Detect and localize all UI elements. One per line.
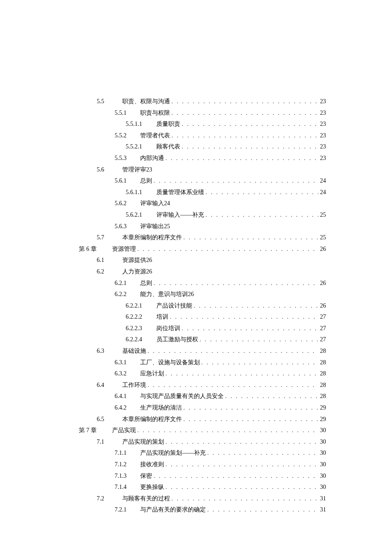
toc-entry-title: 能力、意识与培训 [140, 289, 188, 300]
toc-entry-title: 资源提供 [122, 255, 146, 266]
toc-entry: 5.5.2管理者代表 . . . . . . . . . . . . . . .… [115, 130, 326, 142]
toc-entry-number: 7.1.4 [115, 482, 140, 493]
toc-entry-page: 30 [318, 459, 326, 471]
toc-entry-title: 与产品有关的要求的确定 [140, 504, 206, 516]
toc-leader-dots: . . . . . . . . . . . . . . . . . . . . … [184, 414, 319, 425]
toc-entry-number: 7.1 [97, 436, 122, 448]
toc-entry-number: 第 6 章 [79, 244, 112, 255]
toc-entry-title: 员工激励与授权 [156, 334, 198, 346]
toc-entry-page: 23 [318, 108, 326, 119]
toc-entry-number: 6.2.2.4 [126, 334, 156, 346]
toc-leader-dots: . . . . . . . . . . . . . . . . . . . . … [154, 471, 319, 482]
toc-entry-number: 5.5.1 [115, 108, 140, 119]
toc-entry-title: 产品实现的策划 [122, 436, 164, 448]
toc-entry-page: 30 [318, 471, 326, 482]
toc-entry-page: 26 [188, 289, 194, 300]
toc-entry: 7.2.1与产品有关的要求的确定 . . . . . . . . . . . .… [115, 504, 326, 516]
toc-leader-dots: . . . . . . . . . . . . . . . . . . . . … [184, 232, 319, 243]
toc-leader-dots: . . . . . . . . . . . . . . . . . . . . … [154, 176, 319, 186]
toc-leader-dots: . . . . . . . . . . . . . . . . . . . . … [166, 459, 319, 470]
toc-entry-number: 5.6 [97, 164, 122, 176]
toc-entry: 5.6.2评审输入24 [115, 198, 326, 209]
toc-entry-title: 工作环境 [122, 380, 146, 391]
toc-entry-title: 资源管理 [112, 244, 136, 255]
toc-entry-number: 6.3 [97, 346, 122, 357]
toc-entry-page: 28 [318, 368, 326, 380]
toc-entry: 7.1.1产品实现的策划——补充 . . . . . . . . . . . .… [115, 447, 326, 459]
toc-entry-page: 23 [318, 96, 326, 108]
toc-entry-page: 23 [318, 153, 326, 164]
toc-entry: 6.2.2能力、意识与培训26 [115, 289, 326, 300]
toc-entry-title: 培训 [156, 311, 168, 323]
toc-entry-page: 28 [318, 380, 326, 391]
toc-leader-dots: . . . . . . . . . . . . . . . . . . . . … [184, 403, 319, 413]
toc-entry: 5.5.1职责与权限 . . . . . . . . . . . . . . .… [115, 108, 326, 119]
document-page: 5.5职责、权限与沟通 . . . . . . . . . . . . . . … [0, 0, 392, 555]
toc-entry: 7.1.2接收准则 . . . . . . . . . . . . . . . … [115, 459, 326, 471]
toc-leader-dots: . . . . . . . . . . . . . . . . . . . . … [172, 131, 319, 141]
toc-entry-number: 6.2.1 [115, 278, 140, 289]
toc-entry-title: 生产现场的清洁 [140, 402, 182, 414]
toc-entry-page: 30 [318, 447, 326, 459]
toc-entry-page: 30 [318, 425, 326, 436]
toc-leader-dots: . . . . . . . . . . . . . . . . . . . . … [154, 278, 319, 289]
toc-entry-page: 29 [318, 402, 326, 414]
toc-entry-page: 23 [318, 119, 326, 130]
toc-leader-dots: . . . . . . . . . . . . . . . . . . . . … [206, 210, 319, 221]
toc-entry-number: 6.1 [97, 255, 122, 266]
toc-entry-title: 总则 [140, 278, 152, 289]
toc-entry-number: 6.2.2.2 [126, 311, 156, 323]
toc-leader-dots: . . . . . . . . . . . . . . . . . . . . … [148, 346, 319, 357]
toc-entry: 5.6.1总则 . . . . . . . . . . . . . . . . … [115, 175, 326, 187]
toc-entry-title: 与顾客有关的过程 [122, 493, 170, 505]
toc-leader-dots: . . . . . . . . . . . . . . . . . . . . … [166, 153, 319, 164]
toc-entry: 6.1资源提供26 [97, 255, 326, 266]
toc-entry: 6.4工作环境 . . . . . . . . . . . . . . . . … [97, 380, 326, 391]
toc-entry-page: 26 [318, 244, 326, 255]
toc-entry: 5.6.1.1质量管理体系业绩 . . . . . . . . . . . . … [126, 187, 326, 198]
toc-entry-title: 岗位培训 [156, 323, 180, 334]
toc-entry-number: 5.6.1 [115, 175, 140, 187]
toc-entry-title: 基础设施 [122, 346, 146, 357]
toc-entry-number: 第 7 章 [79, 425, 112, 436]
toc-entry-number: 7.2.1 [115, 504, 140, 516]
toc-leader-dots: . . . . . . . . . . . . . . . . . . . . … [225, 391, 319, 402]
toc-leader-dots: . . . . . . . . . . . . . . . . . . . . … [202, 357, 319, 368]
toc-entry-page: 30 [318, 482, 326, 493]
toc-entry-title: 管理者代表 [140, 130, 170, 142]
toc-leader-dots: . . . . . . . . . . . . . . . . . . . . … [170, 312, 319, 323]
toc-leader-dots: . . . . . . . . . . . . . . . . . . . . … [182, 142, 319, 152]
toc-entry: 5.5.2.1顾客代表 . . . . . . . . . . . . . . … [126, 141, 326, 153]
toc-entry-number: 6.3.1 [115, 357, 140, 369]
toc-entry: 5.6.3评审输出25 [115, 221, 326, 232]
toc-entry-page: 24 [318, 187, 326, 198]
toc-entry: 6.2.2.2培训 . . . . . . . . . . . . . . . … [126, 311, 326, 323]
toc-entry-number: 7.1.1 [115, 447, 140, 459]
toc-leader-dots: . . . . . . . . . . . . . . . . . . . . … [138, 244, 319, 255]
toc-entry-title: 与实现产品质量有关的人员安全 [140, 391, 224, 402]
toc-entry-title: 质量管理体系业绩 [156, 187, 204, 198]
toc-leader-dots: . . . . . . . . . . . . . . . . . . . . … [194, 301, 319, 311]
toc-entry-number: 6.4.1 [115, 391, 140, 402]
toc-entry-number: 5.5 [97, 96, 122, 108]
toc-entry: 6.2.1总则 . . . . . . . . . . . . . . . . … [115, 278, 326, 289]
toc-entry-number: 5.6.2.1 [126, 209, 156, 221]
toc-entry-title: 保密 [140, 471, 152, 482]
toc-entry: 5.6管理评审23 [97, 164, 326, 176]
toc-entry-page: 31 [318, 504, 326, 516]
toc-entry-title: 产品实现 [112, 425, 136, 436]
toc-entry-title: 本章所编制的程序文件 [122, 414, 182, 425]
toc-entry-number: 6.2 [97, 266, 122, 278]
toc-entry-page: 28 [318, 357, 326, 369]
toc-entry: 6.2.2.3岗位培训 . . . . . . . . . . . . . . … [126, 323, 326, 334]
toc-entry-title: 管理评审 [122, 164, 146, 176]
toc-entry: 5.6.2.1评审输入——补充 . . . . . . . . . . . . … [126, 209, 326, 221]
toc-entry: 5.5.1.1质量职责 . . . . . . . . . . . . . . … [126, 119, 326, 130]
toc-entry-number: 5.6.1.1 [126, 187, 156, 198]
toc-entry-page: 28 [318, 346, 326, 357]
toc-entry-number: 5.5.1.1 [126, 119, 156, 130]
toc-entry-title: 评审输出 [140, 221, 164, 232]
toc-leader-dots: . . . . . . . . . . . . . . . . . . . . … [166, 369, 319, 379]
toc-entry-page: 27 [318, 311, 326, 323]
toc-entry-title: 职责、权限与沟通 [122, 96, 170, 108]
